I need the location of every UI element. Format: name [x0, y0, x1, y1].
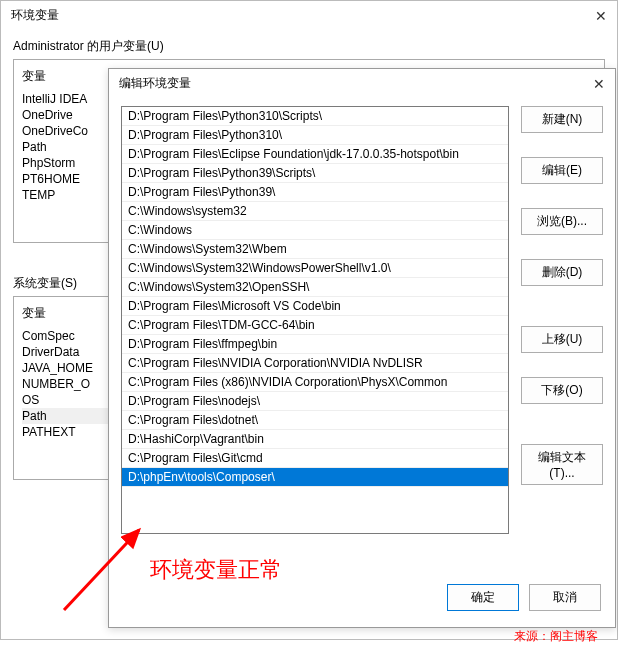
parent-title: 环境变量 — [11, 7, 59, 24]
button-column: 新建(N) 编辑(E) 浏览(B)... 删除(D) 上移(U) 下移(O) 编… — [521, 106, 603, 568]
close-icon[interactable]: ✕ — [593, 76, 605, 92]
path-list-item[interactable]: D:\Program Files\Python39\ — [122, 183, 508, 202]
browse-button[interactable]: 浏览(B)... — [521, 208, 603, 235]
ok-button[interactable]: 确定 — [447, 584, 519, 611]
path-list-item[interactable]: D:\phpEnv\tools\Composer\ — [122, 468, 508, 487]
path-list-item[interactable]: D:\Program Files\nodejs\ — [122, 392, 508, 411]
path-list-item[interactable]: D:\Program Files\Eclipse Foundation\jdk-… — [122, 145, 508, 164]
child-title: 编辑环境变量 — [119, 75, 191, 92]
path-list-item[interactable]: C:\Windows\System32\WindowsPowerShell\v1… — [122, 259, 508, 278]
path-list-item[interactable]: C:\Program Files\Git\cmd — [122, 449, 508, 468]
path-list-item[interactable]: D:\Program Files\Python310\ — [122, 126, 508, 145]
path-list-item[interactable]: D:\HashiCorp\Vagrant\bin — [122, 430, 508, 449]
path-list-item[interactable]: C:\Windows\System32\OpenSSH\ — [122, 278, 508, 297]
delete-button[interactable]: 删除(D) — [521, 259, 603, 286]
child-titlebar: 编辑环境变量 ✕ — [109, 69, 615, 98]
move-down-button[interactable]: 下移(O) — [521, 377, 603, 404]
path-list-item[interactable]: D:\Program Files\Python39\Scripts\ — [122, 164, 508, 183]
edit-button[interactable]: 编辑(E) — [521, 157, 603, 184]
new-button[interactable]: 新建(N) — [521, 106, 603, 133]
edit-env-variable-dialog: 编辑环境变量 ✕ D:\Program Files\Python310\Scri… — [108, 68, 616, 628]
path-list-item[interactable]: C:\Program Files\dotnet\ — [122, 411, 508, 430]
close-icon[interactable]: ✕ — [595, 8, 607, 24]
child-footer: 确定 取消 — [447, 584, 601, 613]
path-list-item[interactable]: D:\Program Files\ffmpeg\bin — [122, 335, 508, 354]
path-list-item[interactable]: C:\Windows\system32 — [122, 202, 508, 221]
path-list-item[interactable]: C:\Program Files\NVIDIA Corporation\NVID… — [122, 354, 508, 373]
path-list-item[interactable]: C:\Program Files (x86)\NVIDIA Corporatio… — [122, 373, 508, 392]
path-list-item[interactable]: D:\Program Files\Python310\Scripts\ — [122, 107, 508, 126]
path-list-item[interactable]: C:\Program Files\TDM-GCC-64\bin — [122, 316, 508, 335]
cancel-button[interactable]: 取消 — [529, 584, 601, 611]
path-list-item[interactable]: C:\Windows\System32\Wbem — [122, 240, 508, 259]
parent-titlebar: 环境变量 ✕ — [1, 1, 617, 30]
move-up-button[interactable]: 上移(U) — [521, 326, 603, 353]
path-list[interactable]: D:\Program Files\Python310\Scripts\D:\Pr… — [121, 106, 509, 534]
edit-text-button[interactable]: 编辑文本(T)... — [521, 444, 603, 485]
path-list-item[interactable]: D:\Program Files\Microsoft VS Code\bin — [122, 297, 508, 316]
user-vars-label: Administrator 的用户变量(U) — [13, 38, 605, 55]
path-list-item[interactable]: C:\Windows — [122, 221, 508, 240]
